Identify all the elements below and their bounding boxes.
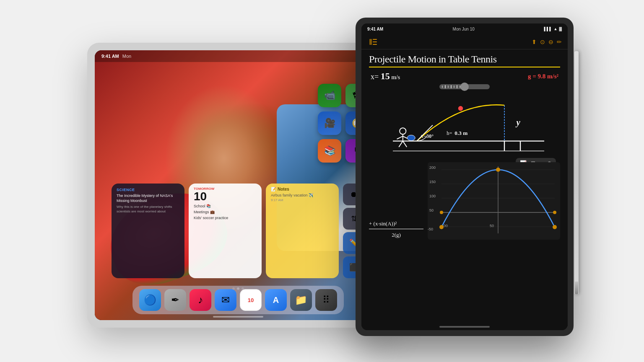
notes-toolbar: ⬆ ⊙ ⊖ ✏ (361, 34, 568, 49)
edit-icon[interactable]: ✏ (557, 39, 562, 45)
ipad-back-screen: 9:41 AM Mon Jun 10 ▌▌▌ ▲ ▓ (361, 23, 568, 330)
widget-calendar[interactable]: TOMORROW 10 School 📚 Meetings 💼 Kids' so… (189, 184, 262, 278)
graph-svg (428, 162, 560, 240)
dock-icon-safari[interactable]: 🔵 (139, 289, 161, 311)
notes-timestamp: 9:17 AM (271, 198, 334, 202)
gravity-equation: g = 9.8 m/s² (528, 73, 558, 80)
share-icon[interactable]: ⬆ (532, 39, 537, 45)
velocity-value: 15 (381, 71, 390, 81)
svg-point-21 (407, 135, 415, 140)
dock-calendar-day: 10 (248, 297, 254, 303)
formula-section: + (x·sin(A))² 2(g) (369, 219, 423, 240)
calendar-item-1: School 📚 (194, 204, 257, 208)
tick-4 (451, 85, 452, 88)
svg-point-30 (496, 168, 500, 172)
svg-text:h=: h= (447, 130, 452, 136)
widget-science[interactable]: Science The Incredible Mystery of NASA's… (112, 184, 184, 278)
dock-icon-calendar[interactable]: 10 (240, 289, 262, 311)
formula-line2: 2(g) (369, 229, 423, 240)
bottom-section: + (x·sin(A))² 2(g) 200 150 100 50 -50 (369, 162, 560, 240)
svg-text:30°: 30° (426, 133, 434, 139)
dock-icon-mail[interactable]: ✉ (215, 289, 236, 311)
tick-2 (445, 85, 446, 88)
formula-line1: + (x·sin(A))² (369, 219, 423, 228)
tick-6 (457, 85, 457, 88)
app-icon-video[interactable]: 🎥 (318, 111, 341, 135)
search-icon[interactable]: ⊙ (540, 39, 545, 45)
back-status-time: 9:41 AM (367, 27, 383, 31)
widget-notes[interactable]: 📝 Notes Airbus family vacation ✈️ 9:17 A… (266, 184, 339, 278)
velocity-equation: x= 15 m/s (371, 71, 400, 82)
svg-rect-0 (369, 39, 372, 45)
physics-area: Projectile Motion in Table Tennis x= 15 … (361, 49, 568, 330)
dock-icon-appstore[interactable]: A (265, 289, 287, 311)
widget-area: Science The Incredible Mystery of NASA's… (112, 184, 365, 278)
graph-container: 200 150 100 50 -50 -100 50 (428, 162, 560, 240)
notes-title: Notes (278, 187, 289, 191)
wifi-icon: ▲ (554, 27, 558, 31)
app-icon-facetime[interactable]: 📹 (318, 84, 341, 107)
slider-track[interactable] (439, 84, 490, 89)
status-time: 9:41 AM (101, 54, 119, 59)
calendar-item-3: Kids' soccer practice (194, 216, 257, 220)
svg-line-19 (403, 141, 407, 147)
dock-icon-allapps[interactable]: ⠿ (315, 289, 337, 311)
back-home-bar (439, 326, 490, 328)
calendar-day: 10 (194, 191, 257, 202)
svg-point-29 (439, 225, 444, 229)
widget-science-headline2: Why this is one of the planetary shifts … (117, 205, 179, 214)
tick-1 (442, 85, 443, 88)
dock-icon-pencil[interactable]: ✒ (164, 289, 186, 311)
velocity-unit: m/s (390, 74, 400, 80)
svg-rect-1 (373, 39, 377, 40)
slider-container (369, 84, 560, 89)
projectile-diagram: A= 30° h= 0.3 m y (369, 93, 560, 160)
signal-icon: ▌▌▌ (544, 27, 552, 31)
svg-point-11 (458, 106, 463, 111)
svg-line-18 (397, 136, 403, 139)
zoom-out-icon[interactable]: ⊖ (548, 39, 553, 45)
svg-line-20 (399, 141, 403, 147)
svg-text:y: y (515, 117, 521, 127)
svg-point-32 (440, 211, 443, 214)
ipad-front-screen: 9:41 AM Mon 📹 🗺 🎥 🧭 📚 🎙 (95, 50, 382, 320)
svg-text:0.3 m: 0.3 m (454, 130, 467, 136)
svg-rect-3 (373, 44, 377, 45)
svg-text:A=: A= (420, 134, 426, 139)
equations-row: x= 15 m/s g = 9.8 m/s² (369, 71, 560, 82)
diagram-svg: A= 30° h= 0.3 m y (369, 93, 560, 160)
dock-icon-music[interactable]: ♪ (190, 289, 211, 311)
svg-point-33 (553, 211, 556, 214)
battery-icon: ▓ (559, 27, 562, 31)
notes-content: 9:41 AM Mon Jun 10 ▌▌▌ ▲ ▓ (361, 23, 568, 330)
sidebar-toggle-icon[interactable] (367, 36, 379, 48)
front-home-bar (213, 316, 263, 318)
front-status-bar: 9:41 AM Mon (95, 50, 382, 62)
widget-science-headline1: The Incredible Mystery of NASA's Missing… (117, 194, 179, 203)
scene: 9:41 AM Mon 📹 🗺 🎥 🧭 📚 🎙 (70, 18, 574, 344)
notes-label: 📝 (271, 187, 276, 191)
widget-science-label: Science (117, 188, 179, 192)
back-status-indicators: ▌▌▌ ▲ ▓ (544, 27, 562, 31)
slider-thumb[interactable] (460, 83, 469, 91)
notes-item-1: Airbus family vacation ✈️ (271, 193, 334, 197)
calendar-item-2: Meetings 💼 (194, 210, 257, 214)
front-dock: 🔵 ✒ ♪ ✉ 10 A 📁 ⠿ (132, 286, 344, 314)
back-status-date: Mon Jun 10 (453, 27, 475, 31)
app-icon-books[interactable]: 📚 (318, 139, 341, 163)
physics-title: Projectile Motion in Table Tennis (369, 54, 560, 67)
tick-3 (448, 85, 449, 88)
status-date: Mon (122, 54, 131, 59)
tick-5 (454, 85, 454, 88)
formula-text: + (x·sin(A))² 2(g) (369, 219, 423, 240)
ipad-back: 9:41 AM Mon Jun 10 ▌▌▌ ▲ ▓ (356, 18, 574, 336)
dock-icon-folder[interactable]: 📁 (290, 289, 312, 311)
toolbar-right-icons: ⬆ ⊙ ⊖ ✏ (532, 39, 562, 45)
notes-header: 📝 Notes (271, 187, 334, 191)
ipad-front: 9:41 AM Mon 📹 🗺 🎥 🧭 📚 🎙 (87, 43, 389, 328)
svg-rect-2 (373, 41, 377, 42)
apple-pencil (574, 51, 579, 294)
svg-point-31 (553, 225, 557, 229)
svg-point-15 (400, 128, 406, 134)
back-status-bar: 9:41 AM Mon Jun 10 ▌▌▌ ▲ ▓ (361, 23, 568, 34)
